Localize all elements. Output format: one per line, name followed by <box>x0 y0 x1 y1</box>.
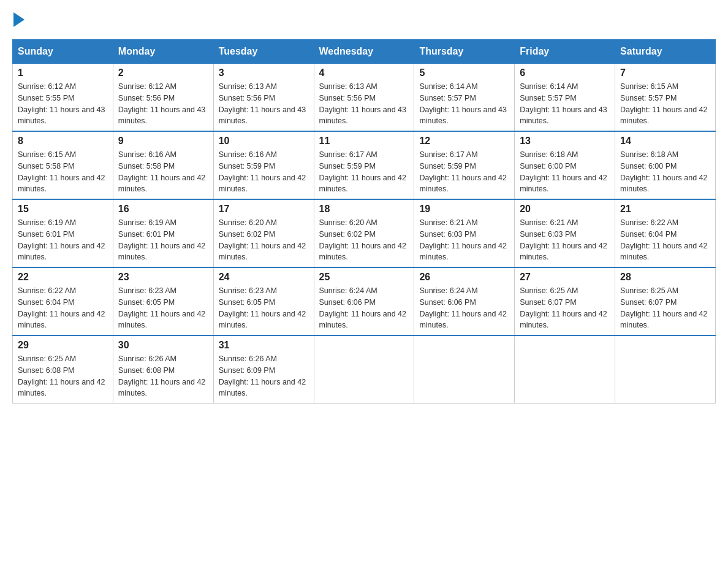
calendar-cell <box>314 335 414 404</box>
day-number: 4 <box>319 67 409 79</box>
day-info: Sunrise: 6:17 AMSunset: 5:59 PMDaylight:… <box>419 149 509 195</box>
calendar-cell: 11 Sunrise: 6:17 AMSunset: 5:59 PMDaylig… <box>314 131 414 199</box>
calendar-cell: 30 Sunrise: 6:26 AMSunset: 6:08 PMDaylig… <box>113 335 213 404</box>
day-number: 26 <box>419 272 509 283</box>
calendar-cell: 23 Sunrise: 6:23 AMSunset: 6:05 PMDaylig… <box>113 267 213 335</box>
calendar-cell: 13 Sunrise: 6:18 AMSunset: 6:00 PMDaylig… <box>515 131 615 199</box>
day-number: 7 <box>620 67 710 79</box>
day-number: 24 <box>219 272 309 283</box>
day-info: Sunrise: 6:17 AMSunset: 5:59 PMDaylight:… <box>319 149 409 195</box>
day-number: 21 <box>620 204 710 215</box>
day-number: 16 <box>118 204 208 215</box>
weekday-header-row: SundayMondayTuesdayWednesdayThursdayFrid… <box>13 40 716 64</box>
day-info: Sunrise: 6:19 AMSunset: 6:01 PMDaylight:… <box>118 217 208 263</box>
day-number: 9 <box>118 136 208 147</box>
day-info: Sunrise: 6:15 AMSunset: 5:58 PMDaylight:… <box>18 149 108 195</box>
calendar-cell: 26 Sunrise: 6:24 AMSunset: 6:06 PMDaylig… <box>414 267 515 335</box>
calendar-cell: 3 Sunrise: 6:13 AMSunset: 5:56 PMDayligh… <box>213 64 314 132</box>
calendar-cell: 7 Sunrise: 6:15 AMSunset: 5:57 PMDayligh… <box>615 64 716 132</box>
weekday-header-saturday: Saturday <box>615 40 716 64</box>
day-info: Sunrise: 6:14 AMSunset: 5:57 PMDaylight:… <box>520 81 610 127</box>
calendar-cell: 12 Sunrise: 6:17 AMSunset: 5:59 PMDaylig… <box>414 131 515 199</box>
day-info: Sunrise: 6:23 AMSunset: 6:05 PMDaylight:… <box>118 285 208 331</box>
day-number: 27 <box>520 272 610 283</box>
weekday-header-tuesday: Tuesday <box>213 40 314 64</box>
weekday-header-monday: Monday <box>113 40 213 64</box>
calendar-cell: 31 Sunrise: 6:26 AMSunset: 6:09 PMDaylig… <box>213 335 314 404</box>
calendar-cell: 27 Sunrise: 6:25 AMSunset: 6:07 PMDaylig… <box>515 267 615 335</box>
day-info: Sunrise: 6:25 AMSunset: 6:07 PMDaylight:… <box>520 285 610 331</box>
day-info: Sunrise: 6:12 AMSunset: 5:55 PMDaylight:… <box>18 81 108 127</box>
day-info: Sunrise: 6:18 AMSunset: 6:00 PMDaylight:… <box>520 149 610 195</box>
calendar-week-row: 22 Sunrise: 6:22 AMSunset: 6:04 PMDaylig… <box>13 267 716 335</box>
calendar-cell <box>615 335 716 404</box>
day-info: Sunrise: 6:16 AMSunset: 5:58 PMDaylight:… <box>118 149 208 195</box>
calendar-cell: 5 Sunrise: 6:14 AMSunset: 5:57 PMDayligh… <box>414 64 515 132</box>
day-info: Sunrise: 6:16 AMSunset: 5:59 PMDaylight:… <box>219 149 309 195</box>
day-info: Sunrise: 6:14 AMSunset: 5:57 PMDaylight:… <box>419 81 509 127</box>
day-info: Sunrise: 6:24 AMSunset: 6:06 PMDaylight:… <box>319 285 409 331</box>
day-number: 10 <box>219 136 309 147</box>
calendar-cell: 9 Sunrise: 6:16 AMSunset: 5:58 PMDayligh… <box>113 131 213 199</box>
calendar-cell: 10 Sunrise: 6:16 AMSunset: 5:59 PMDaylig… <box>213 131 314 199</box>
day-info: Sunrise: 6:13 AMSunset: 5:56 PMDaylight:… <box>319 81 409 127</box>
day-info: Sunrise: 6:15 AMSunset: 5:57 PMDaylight:… <box>620 81 710 127</box>
logo <box>12 12 26 27</box>
calendar-week-row: 8 Sunrise: 6:15 AMSunset: 5:58 PMDayligh… <box>13 131 716 199</box>
calendar-cell: 22 Sunrise: 6:22 AMSunset: 6:04 PMDaylig… <box>13 267 113 335</box>
day-info: Sunrise: 6:20 AMSunset: 6:02 PMDaylight:… <box>319 217 409 263</box>
calendar-table: SundayMondayTuesdayWednesdayThursdayFrid… <box>12 39 716 404</box>
day-info: Sunrise: 6:25 AMSunset: 6:08 PMDaylight:… <box>18 353 108 399</box>
calendar-cell: 25 Sunrise: 6:24 AMSunset: 6:06 PMDaylig… <box>314 267 414 335</box>
day-number: 11 <box>319 136 409 147</box>
calendar-cell: 20 Sunrise: 6:21 AMSunset: 6:03 PMDaylig… <box>515 199 615 267</box>
calendar-cell: 4 Sunrise: 6:13 AMSunset: 5:56 PMDayligh… <box>314 64 414 132</box>
day-number: 30 <box>118 340 208 351</box>
calendar-cell: 8 Sunrise: 6:15 AMSunset: 5:58 PMDayligh… <box>13 131 113 199</box>
calendar-cell: 2 Sunrise: 6:12 AMSunset: 5:56 PMDayligh… <box>113 64 213 132</box>
day-number: 23 <box>118 272 208 283</box>
calendar-week-row: 15 Sunrise: 6:19 AMSunset: 6:01 PMDaylig… <box>13 199 716 267</box>
day-number: 15 <box>18 204 108 215</box>
day-info: Sunrise: 6:23 AMSunset: 6:05 PMDaylight:… <box>219 285 309 331</box>
day-number: 8 <box>18 136 108 147</box>
day-number: 5 <box>419 67 509 79</box>
day-number: 25 <box>319 272 409 283</box>
day-info: Sunrise: 6:21 AMSunset: 6:03 PMDaylight:… <box>520 217 610 263</box>
day-number: 1 <box>18 67 108 79</box>
day-number: 22 <box>18 272 108 283</box>
logo-text <box>12 12 26 27</box>
day-number: 29 <box>18 340 108 351</box>
day-info: Sunrise: 6:22 AMSunset: 6:04 PMDaylight:… <box>18 285 108 331</box>
calendar-cell: 19 Sunrise: 6:21 AMSunset: 6:03 PMDaylig… <box>414 199 515 267</box>
day-number: 2 <box>118 67 208 79</box>
day-number: 20 <box>520 204 610 215</box>
day-info: Sunrise: 6:12 AMSunset: 5:56 PMDaylight:… <box>118 81 208 127</box>
calendar-cell: 16 Sunrise: 6:19 AMSunset: 6:01 PMDaylig… <box>113 199 213 267</box>
day-info: Sunrise: 6:13 AMSunset: 5:56 PMDaylight:… <box>219 81 309 127</box>
calendar-cell: 21 Sunrise: 6:22 AMSunset: 6:04 PMDaylig… <box>615 199 716 267</box>
day-info: Sunrise: 6:26 AMSunset: 6:09 PMDaylight:… <box>219 353 309 399</box>
calendar-cell: 15 Sunrise: 6:19 AMSunset: 6:01 PMDaylig… <box>13 199 113 267</box>
calendar-week-row: 1 Sunrise: 6:12 AMSunset: 5:55 PMDayligh… <box>13 64 716 132</box>
day-number: 12 <box>419 136 509 147</box>
calendar-cell <box>515 335 615 404</box>
logo-arrow-icon <box>13 12 25 27</box>
calendar-cell: 1 Sunrise: 6:12 AMSunset: 5:55 PMDayligh… <box>13 64 113 132</box>
day-number: 31 <box>219 340 309 351</box>
day-number: 19 <box>419 204 509 215</box>
day-number: 28 <box>620 272 710 283</box>
calendar-cell: 29 Sunrise: 6:25 AMSunset: 6:08 PMDaylig… <box>13 335 113 404</box>
day-number: 18 <box>319 204 409 215</box>
page-header <box>12 12 716 27</box>
calendar-cell <box>414 335 515 404</box>
day-info: Sunrise: 6:18 AMSunset: 6:00 PMDaylight:… <box>620 149 710 195</box>
day-info: Sunrise: 6:19 AMSunset: 6:01 PMDaylight:… <box>18 217 108 263</box>
calendar-cell: 14 Sunrise: 6:18 AMSunset: 6:00 PMDaylig… <box>615 131 716 199</box>
day-info: Sunrise: 6:25 AMSunset: 6:07 PMDaylight:… <box>620 285 710 331</box>
calendar-cell: 6 Sunrise: 6:14 AMSunset: 5:57 PMDayligh… <box>515 64 615 132</box>
weekday-header-thursday: Thursday <box>414 40 515 64</box>
calendar-week-row: 29 Sunrise: 6:25 AMSunset: 6:08 PMDaylig… <box>13 335 716 404</box>
calendar-cell: 18 Sunrise: 6:20 AMSunset: 6:02 PMDaylig… <box>314 199 414 267</box>
calendar-cell: 28 Sunrise: 6:25 AMSunset: 6:07 PMDaylig… <box>615 267 716 335</box>
